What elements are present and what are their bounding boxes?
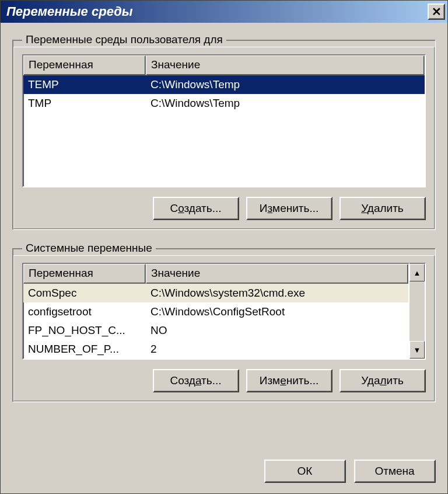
var-name: configsetroot xyxy=(23,304,146,319)
var-value: 2 xyxy=(146,342,408,357)
var-value: NO xyxy=(146,323,408,338)
user-create-button[interactable]: Создать... xyxy=(153,197,239,220)
user-delete-button[interactable]: Удалить xyxy=(340,197,426,220)
var-name: FP_NO_HOST_C... xyxy=(23,323,146,338)
var-name: TMP xyxy=(23,96,146,111)
table-row[interactable]: TEMP C:\Windows\Temp xyxy=(23,75,425,94)
system-list-body: ComSpec C:\Windows\system32\cmd.exe conf… xyxy=(23,284,408,359)
system-variables-list[interactable]: Переменная Значение ComSpec C:\Windows\s… xyxy=(22,263,410,360)
system-create-button[interactable]: Создать... xyxy=(153,369,239,392)
chevron-down-icon: ▼ xyxy=(414,346,421,354)
var-name: NUMBER_OF_P... xyxy=(23,342,146,357)
scroll-down-button[interactable]: ▼ xyxy=(410,341,425,359)
system-edit-button[interactable]: Изменить... xyxy=(246,369,332,392)
chevron-up-icon: ▲ xyxy=(414,269,421,277)
system-scrollbar[interactable]: ▲ ▼ xyxy=(410,263,426,360)
user-list-body: TEMP C:\Windows\Temp TMP C:\Windows\Temp xyxy=(23,75,425,186)
environment-variables-dialog: Переменные среды ✕ Переменные среды поль… xyxy=(0,0,448,494)
close-icon: ✕ xyxy=(432,5,442,19)
column-value[interactable]: Значение xyxy=(146,264,408,284)
window-title: Переменные среды xyxy=(6,4,133,19)
cancel-button[interactable]: Отмена xyxy=(354,460,436,483)
column-variable[interactable]: Переменная xyxy=(23,55,146,75)
column-value[interactable]: Значение xyxy=(146,55,425,75)
var-value: C:\Windows\Temp xyxy=(146,96,425,111)
user-buttons: Создать... Изменить... Удалить xyxy=(22,197,426,220)
dialog-content: Переменные среды пользователя для Переме… xyxy=(1,23,447,460)
var-name: TEMP xyxy=(23,77,146,92)
system-variables-group: Системные переменные Переменная Значение… xyxy=(12,242,436,402)
dialog-button-row: ОК Отмена xyxy=(1,460,447,493)
system-group-legend: Системные переменные xyxy=(22,242,156,255)
table-row[interactable]: FP_NO_HOST_C... NO xyxy=(23,321,408,340)
table-row[interactable]: ComSpec C:\Windows\system32\cmd.exe xyxy=(23,284,408,302)
var-value: C:\Windows\ConfigSetRoot xyxy=(146,304,408,319)
user-group-legend: Переменные среды пользователя для xyxy=(22,33,226,46)
system-buttons: Создать... Изменить... Удалить xyxy=(22,369,426,392)
system-delete-button[interactable]: Удалить xyxy=(340,369,426,392)
table-row[interactable]: NUMBER_OF_P... 2 xyxy=(23,340,408,359)
system-list-header: Переменная Значение xyxy=(23,264,408,284)
scroll-up-button[interactable]: ▲ xyxy=(410,264,425,281)
user-list-header: Переменная Значение xyxy=(23,55,425,75)
user-variables-list[interactable]: Переменная Значение TEMP C:\Windows\Temp… xyxy=(22,54,426,187)
var-value: C:\Windows\Temp xyxy=(146,77,425,92)
table-row[interactable]: TMP C:\Windows\Temp xyxy=(23,94,425,113)
table-row[interactable]: configsetroot C:\Windows\ConfigSetRoot xyxy=(23,302,408,321)
column-variable[interactable]: Переменная xyxy=(23,264,146,284)
var-name: ComSpec xyxy=(23,286,146,301)
var-value: C:\Windows\system32\cmd.exe xyxy=(146,286,408,301)
ok-button[interactable]: ОК xyxy=(264,460,346,483)
close-button[interactable]: ✕ xyxy=(428,4,445,20)
user-edit-button[interactable]: Изменить... xyxy=(246,197,332,220)
user-variables-group: Переменные среды пользователя для Переме… xyxy=(12,33,436,230)
titlebar: Переменные среды ✕ xyxy=(1,1,447,23)
